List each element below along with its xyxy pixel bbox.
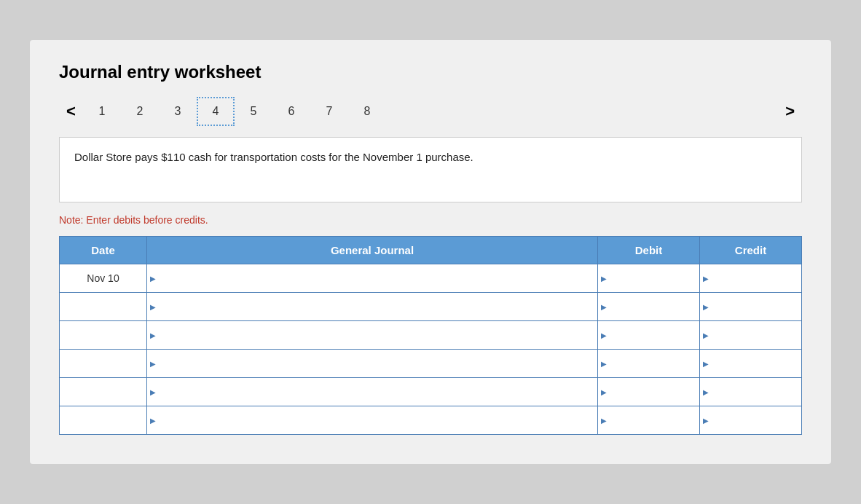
credit-input-3[interactable]	[710, 321, 801, 349]
debit-indicator-3: ▶	[598, 321, 608, 349]
debit-cell-4[interactable]: ▶	[598, 350, 700, 378]
row-indicator-5: ▶	[147, 378, 157, 406]
worksheet-container: Journal entry worksheet < 1 2 3 4 5 6 7 …	[30, 40, 831, 464]
table-header-row: Date General Journal Debit Credit	[60, 237, 802, 264]
credit-cell-6[interactable]: ▶	[700, 406, 802, 435]
journal-table: Date General Journal Debit Credit Nov 10…	[59, 236, 802, 435]
credit-input-1[interactable]	[710, 264, 801, 292]
row-indicator-6: ▶	[147, 406, 157, 434]
debit-cell-1[interactable]: ▶	[598, 264, 700, 293]
debit-indicator-4: ▶	[598, 350, 608, 377]
journal-input-2[interactable]	[157, 293, 597, 320]
debit-cell-5[interactable]: ▶	[598, 378, 700, 406]
header-credit: Credit	[700, 237, 802, 264]
journal-input-5[interactable]	[157, 378, 597, 406]
table-row: ▶ ▶ ▶	[60, 406, 802, 435]
debit-cell-6[interactable]: ▶	[598, 406, 700, 435]
description-text: Dollar Store pays $110 cash for transpor…	[74, 151, 473, 163]
journal-cell-1[interactable]: ▶	[147, 264, 598, 293]
date-cell-3	[60, 321, 147, 350]
header-date: Date	[60, 237, 147, 264]
credit-input-4[interactable]	[710, 350, 801, 377]
page-3[interactable]: 3	[159, 97, 197, 126]
date-cell-5	[60, 378, 147, 406]
debit-indicator-5: ▶	[598, 378, 608, 406]
credit-cell-4[interactable]: ▶	[700, 350, 802, 378]
table-row: ▶ ▶ ▶	[60, 350, 802, 378]
header-journal: General Journal	[147, 237, 598, 264]
credit-cell-5[interactable]: ▶	[700, 378, 802, 406]
debit-input-2[interactable]	[608, 293, 699, 320]
credit-cell-2[interactable]: ▶	[700, 293, 802, 321]
journal-input-1[interactable]	[157, 264, 597, 292]
credit-indicator-6: ▶	[700, 406, 710, 434]
journal-input-4[interactable]	[157, 350, 597, 377]
row-indicator-1: ▶	[147, 264, 157, 292]
page-5[interactable]: 5	[235, 97, 272, 126]
debit-input-1[interactable]	[608, 264, 699, 292]
debit-cell-3[interactable]: ▶	[598, 321, 700, 350]
prev-arrow[interactable]: <	[59, 102, 83, 121]
debit-indicator-2: ▶	[598, 293, 608, 320]
debit-input-5[interactable]	[608, 378, 699, 406]
debit-input-6[interactable]	[608, 406, 699, 434]
table-row: ▶ ▶ ▶	[60, 293, 802, 321]
credit-indicator-1: ▶	[700, 264, 710, 292]
page-8[interactable]: 8	[348, 97, 386, 126]
page-title: Journal entry worksheet	[59, 62, 802, 82]
debit-input-3[interactable]	[608, 321, 699, 349]
debit-indicator-1: ▶	[598, 264, 608, 292]
credit-indicator-5: ▶	[700, 378, 710, 406]
journal-cell-5[interactable]: ▶	[147, 378, 598, 406]
page-7[interactable]: 7	[310, 97, 348, 126]
page-2[interactable]: 2	[121, 97, 159, 126]
debit-input-4[interactable]	[608, 350, 699, 377]
journal-cell-6[interactable]: ▶	[147, 406, 598, 435]
note-text: Note: Enter debits before credits.	[59, 214, 802, 226]
credit-indicator-2: ▶	[700, 293, 710, 320]
date-cell-4	[60, 350, 147, 378]
journal-cell-2[interactable]: ▶	[147, 293, 598, 321]
journal-input-3[interactable]	[157, 321, 597, 349]
table-row: Nov 10 ▶ ▶ ▶	[60, 264, 802, 293]
row-indicator-4: ▶	[147, 350, 157, 377]
credit-indicator-3: ▶	[700, 321, 710, 349]
date-cell-2	[60, 293, 147, 321]
date-cell-6	[60, 406, 147, 435]
table-row: ▶ ▶ ▶	[60, 321, 802, 350]
journal-cell-3[interactable]: ▶	[147, 321, 598, 350]
page-navigation: < 1 2 3 4 5 6 7 8 >	[59, 97, 802, 126]
debit-cell-2[interactable]: ▶	[598, 293, 700, 321]
next-arrow[interactable]: >	[778, 102, 802, 121]
credit-indicator-4: ▶	[700, 350, 710, 377]
date-cell-1: Nov 10	[60, 264, 147, 293]
credit-input-2[interactable]	[710, 293, 801, 320]
journal-input-6[interactable]	[157, 406, 597, 434]
debit-indicator-6: ▶	[598, 406, 608, 434]
credit-cell-3[interactable]: ▶	[700, 321, 802, 350]
page-1[interactable]: 1	[83, 97, 121, 126]
journal-cell-4[interactable]: ▶	[147, 350, 598, 378]
page-4-active[interactable]: 4	[197, 97, 235, 126]
header-debit: Debit	[598, 237, 700, 264]
row-indicator-2: ▶	[147, 293, 157, 320]
credit-cell-1[interactable]: ▶	[700, 264, 802, 293]
description-box: Dollar Store pays $110 cash for transpor…	[59, 137, 802, 202]
credit-input-5[interactable]	[710, 378, 801, 406]
page-6[interactable]: 6	[272, 97, 310, 126]
row-indicator-3: ▶	[147, 321, 157, 349]
credit-input-6[interactable]	[710, 406, 801, 434]
table-row: ▶ ▶ ▶	[60, 378, 802, 406]
